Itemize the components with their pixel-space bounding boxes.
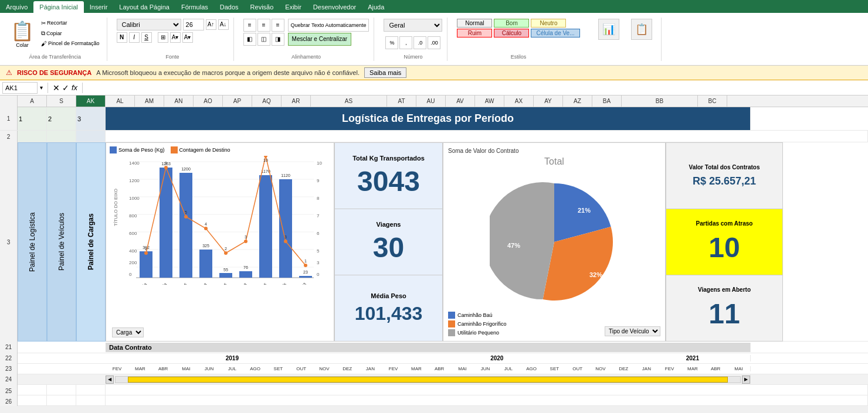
col-header-ao[interactable]: AO xyxy=(194,95,223,107)
font-name-select[interactable]: Calibri xyxy=(117,19,181,30)
underline-button[interactable]: S xyxy=(141,32,152,43)
col-header-s[interactable]: S xyxy=(47,95,76,107)
col-header-ay[interactable]: AY xyxy=(534,95,563,107)
cell-s26[interactable] xyxy=(47,395,76,405)
col-header-au[interactable]: AU xyxy=(416,95,446,107)
style-calc-button[interactable]: Cálculo xyxy=(494,29,529,37)
col-header-at[interactable]: AT xyxy=(387,95,416,107)
fill-color-button[interactable]: A▾ xyxy=(170,32,181,43)
col-header-a[interactable]: A xyxy=(18,95,47,107)
wrap-text-button[interactable]: Quebrar Texto Automaticamente xyxy=(288,19,369,32)
col-header-bc[interactable]: BC xyxy=(698,95,727,107)
font-size-input[interactable]: 26 xyxy=(183,19,204,30)
tab-pagina-inicial[interactable]: Página Inicial xyxy=(33,1,83,13)
formula-fx-icon[interactable]: fx xyxy=(72,83,77,92)
align-left-button[interactable]: ◧ xyxy=(243,33,256,46)
col-header-av[interactable]: AV xyxy=(446,95,475,107)
copy-button[interactable]: ⧉ Copiar xyxy=(39,29,102,38)
cell-s1[interactable]: 2 xyxy=(47,107,76,130)
col-header-bb[interactable]: BB xyxy=(622,95,698,107)
tab-arquivo[interactable]: Arquivo xyxy=(0,1,33,13)
col-header-ap[interactable]: AP xyxy=(223,95,252,107)
number-format-select[interactable]: Geral xyxy=(384,19,442,32)
svg-text:4: 4 xyxy=(205,222,207,226)
cell-a2[interactable] xyxy=(18,131,47,142)
col-header-az[interactable]: AZ xyxy=(563,95,592,107)
tab-formulas[interactable]: Fórmulas xyxy=(175,1,214,13)
tab-inserir[interactable]: Inserir xyxy=(84,1,114,13)
decimal-increase-button[interactable]: .0 xyxy=(413,36,426,49)
cell-ak1[interactable]: 3 xyxy=(76,107,106,130)
formula-cancel-icon[interactable]: ✕ xyxy=(53,83,60,93)
align-top-right-button[interactable]: ≡ xyxy=(272,19,284,32)
cell-ak2[interactable] xyxy=(76,131,106,142)
col-header-am[interactable]: AM xyxy=(135,95,164,107)
style-bad-button[interactable]: Ruim xyxy=(457,29,492,37)
tab-dados[interactable]: Dados xyxy=(214,1,245,13)
cell-a25[interactable] xyxy=(18,385,47,395)
scroll-right-button[interactable]: ▶ xyxy=(742,376,750,384)
cell-ak25[interactable] xyxy=(76,385,106,395)
formula-confirm-icon[interactable]: ✓ xyxy=(62,83,69,93)
tipo-veiculo-filter[interactable]: Tipo de Veículo xyxy=(605,326,660,336)
thousands-button[interactable]: , xyxy=(399,36,412,49)
tab-ajuda[interactable]: Ajuda xyxy=(362,1,390,13)
style-normal-button[interactable]: Normal xyxy=(457,19,492,28)
col-header-ar[interactable]: AR xyxy=(282,95,311,107)
painel-cargas-label[interactable]: Painel de Cargas xyxy=(76,142,106,342)
paste-label: Colar xyxy=(16,42,29,48)
cell-s25[interactable] xyxy=(47,385,76,395)
tipo-veiculo-dropdown[interactable]: Tipo de Veículo xyxy=(605,326,660,336)
valor-total-value: R$ 25.657,21 xyxy=(671,175,778,187)
bold-button[interactable]: N xyxy=(117,32,127,43)
timeline-scroll-thumb[interactable] xyxy=(128,377,727,383)
carga-filter[interactable]: Carga xyxy=(112,327,144,337)
col-header-ax[interactable]: AX xyxy=(504,95,534,107)
paste-button[interactable]: 📋 Colar xyxy=(8,19,36,49)
align-right-button[interactable]: ◨ xyxy=(272,33,284,46)
cell-s2[interactable] xyxy=(47,131,76,142)
painel-veiculos-label[interactable]: Painel de Veículos xyxy=(47,142,76,342)
tab-layout[interactable]: Layout da Página xyxy=(113,1,175,13)
tab-exibir[interactable]: Exibir xyxy=(279,1,307,13)
italic-button[interactable]: I xyxy=(129,32,140,43)
font-decrease-button[interactable]: A↓ xyxy=(218,19,229,30)
col-header-ak[interactable]: AK xyxy=(76,95,106,107)
cell-ak26[interactable] xyxy=(76,395,106,405)
style-celula-button[interactable]: Célula de Ve... xyxy=(531,29,579,37)
decimal-decrease-button[interactable]: .00 xyxy=(428,36,440,49)
carga-dropdown[interactable]: Carga xyxy=(112,327,144,337)
percent-button[interactable]: % xyxy=(385,36,398,49)
format-table-button[interactable]: 📋 xyxy=(631,19,652,40)
painel-logistica-label[interactable]: Painel de Logística xyxy=(18,142,47,342)
col-header-an[interactable]: AN xyxy=(164,95,194,107)
col-header-aw[interactable]: AW xyxy=(475,95,504,107)
style-good-button[interactable]: Bom xyxy=(494,19,529,28)
pie-chart-svg: 21% 32% 47% xyxy=(490,178,619,306)
cell-a26[interactable] xyxy=(18,395,47,405)
tab-revisao[interactable]: Revisão xyxy=(245,1,280,13)
style-neutral-button[interactable]: Neutro xyxy=(531,19,566,28)
border-button[interactable]: ⊞ xyxy=(158,32,168,43)
col-header-as[interactable]: AS xyxy=(311,95,387,107)
col-header-aq[interactable]: AQ xyxy=(252,95,282,107)
align-top-center-button[interactable]: ≡ xyxy=(257,19,270,32)
col-header-al[interactable]: AL xyxy=(106,95,135,107)
svg-text:5: 5 xyxy=(185,210,187,214)
font-color-button[interactable]: A▾ xyxy=(182,32,193,43)
timeline-scroll-track[interactable] xyxy=(115,376,741,383)
learn-more-button[interactable]: Saiba mais xyxy=(364,67,406,78)
cut-button[interactable]: ✂ Recortar xyxy=(39,19,102,28)
merge-center-button[interactable]: Mesclar e Centralizar xyxy=(288,33,351,46)
font-increase-button[interactable]: A↑ xyxy=(206,19,216,30)
scroll-left-button[interactable]: ◀ xyxy=(106,376,114,384)
formula-input[interactable] xyxy=(87,82,866,94)
cell-a1[interactable]: 1 xyxy=(18,107,47,130)
format-painter-button[interactable]: 🖌 Pincel de Formatação xyxy=(39,39,102,48)
col-header-ba[interactable]: BA xyxy=(592,95,622,107)
align-top-left-button[interactable]: ≡ xyxy=(243,19,256,32)
tab-desenvolvedor[interactable]: Desenvolvedor xyxy=(307,1,362,13)
align-center-button[interactable]: ◫ xyxy=(257,33,270,46)
cell-reference-input[interactable]: AK1 xyxy=(2,82,38,94)
conditional-format-button[interactable]: 📊 xyxy=(598,19,619,40)
